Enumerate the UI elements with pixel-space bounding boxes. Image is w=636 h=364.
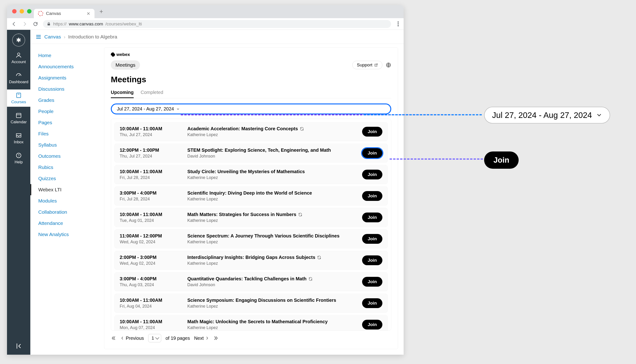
svg-rect-4 (16, 113, 21, 118)
dashboard-icon (15, 72, 22, 79)
meeting-title: Study Circle: Unveiling the Mysteries of… (187, 169, 305, 174)
new-tab-button[interactable]: ＋ (95, 7, 108, 18)
sidenav-item[interactable]: Syllabus (30, 139, 100, 150)
browser-toolbar: https://www.canvas.com/courses/webex_lti (7, 18, 404, 30)
date-range-selector[interactable]: Jul 27, 2024 - Aug 27, 2024 (111, 104, 391, 114)
support-button[interactable]: Support (352, 61, 382, 69)
page-title: Meetings (111, 75, 391, 84)
page-select[interactable]: 1 (148, 334, 161, 342)
close-window-icon[interactable] (12, 9, 17, 14)
annotation-connector (364, 114, 482, 115)
meeting-time: 11:00AM - 12:00PM (120, 233, 187, 239)
sidenav-item[interactable]: Rubics (30, 162, 100, 173)
page-count: of 19 pages (165, 336, 190, 341)
rail-courses[interactable]: Courses (7, 90, 30, 107)
support-label: Support (357, 62, 372, 68)
sidenav-item[interactable]: People (30, 106, 100, 117)
global-nav-rail: ✱ Account Dashboard Courses Calendar Inb… (7, 30, 30, 355)
callout-range-text: Jul 27, 2024 - Aug 27, 2024 (492, 110, 592, 120)
join-button[interactable]: Join (362, 277, 382, 287)
join-button[interactable]: Join (362, 298, 382, 308)
tab-completed[interactable]: Completed (141, 88, 163, 98)
sidenav-item[interactable]: Files (30, 128, 100, 139)
rail-calendar[interactable]: Calendar (7, 110, 30, 127)
first-page-button[interactable] (111, 336, 116, 341)
join-button[interactable]: Join (362, 256, 382, 265)
next-page-button[interactable]: Next (194, 336, 209, 341)
canvas-app: ✱ Account Dashboard Courses Calendar Inb… (7, 30, 404, 355)
browser-tab[interactable]: Canvas ✕ (34, 9, 95, 18)
pagination: Previous 1 of 19 pages Next (111, 334, 391, 342)
meeting-row: 11:00AM - 12:00PMWed, Aug 02, 2024Scienc… (114, 229, 388, 248)
rail-inbox[interactable]: Inbox (7, 130, 30, 147)
double-chevron-right-icon (214, 336, 219, 341)
collapse-rail-button[interactable] (15, 342, 22, 350)
reload-button[interactable] (32, 21, 39, 27)
sidenav-item[interactable]: New Analytics (30, 229, 100, 240)
forward-button[interactable] (22, 21, 28, 27)
course-menu-toggle[interactable] (36, 34, 42, 40)
sidenav-item[interactable]: Outcomes (30, 150, 100, 162)
back-button[interactable] (11, 21, 17, 27)
url-scheme: https:// (53, 22, 67, 26)
sidenav-item[interactable]: Announcements (30, 61, 100, 72)
meeting-title: Interdisciplinary Insights: Bridging Gap… (187, 255, 321, 260)
breadcrumb-root[interactable]: Canvas (44, 34, 61, 40)
sidenav-item[interactable]: Quizzes (30, 173, 100, 184)
meeting-date: Wed, Aug 02, 2024 (120, 240, 187, 244)
join-button[interactable]: Join (362, 127, 382, 136)
tab-upcoming[interactable]: Upcoming (111, 88, 134, 98)
sidenav-item[interactable]: Collaboration (30, 206, 100, 218)
double-chevron-left-icon (111, 336, 116, 341)
browser-menu-button[interactable] (395, 22, 400, 26)
content-area: webex Meetings Support Meetings Upcoming (100, 44, 404, 355)
url-host: www.canvas.com (69, 22, 103, 26)
window-controls (10, 9, 34, 18)
rail-account[interactable]: Account (7, 50, 30, 67)
meeting-date: Thu, Jul 27, 2024 (120, 154, 187, 159)
close-tab-icon[interactable]: ✕ (87, 11, 90, 16)
sidenav-item[interactable]: Assignments (30, 72, 100, 84)
zoom-window-icon[interactable] (27, 9, 32, 14)
meeting-host: Katherine Lopez (187, 218, 359, 223)
recurring-icon (308, 277, 313, 281)
meetings-pill[interactable]: Meetings (111, 60, 140, 70)
join-button[interactable]: Join (362, 148, 382, 158)
meeting-date: Thu, Aug 03, 2024 (120, 282, 187, 287)
minimize-window-icon[interactable] (20, 9, 24, 14)
sidenav-item[interactable]: Grades (30, 94, 100, 106)
meetings-list: 10:00AM - 11:00AMThu, Jul 27, 2024Academ… (111, 118, 391, 331)
join-button[interactable]: Join (362, 234, 382, 244)
hamburger-icon (36, 34, 42, 40)
svg-point-1 (18, 53, 20, 55)
inbox-icon (15, 132, 22, 139)
meeting-row: 10:00AM - 11:00AMTue, Aug 01, 2024Math M… (114, 208, 388, 227)
sidenav-item[interactable]: Discussions (30, 84, 100, 94)
join-button[interactable]: Join (362, 191, 382, 201)
globe-icon[interactable] (386, 62, 391, 68)
prev-page-button[interactable]: Previous (120, 336, 144, 341)
sidenav-item[interactable]: Pages (30, 117, 100, 128)
join-button[interactable]: Join (362, 212, 382, 222)
chevron-right-icon: › (64, 34, 65, 40)
sidenav-item[interactable]: Webex LTI (30, 184, 100, 195)
join-button[interactable]: Join (362, 320, 382, 330)
next-label: Next (194, 336, 204, 341)
meeting-row: 10:00AM - 11:00AMFri, Jul 28, 2024Study … (114, 165, 388, 184)
join-button[interactable]: Join (362, 170, 382, 180)
address-bar[interactable]: https://www.canvas.com/courses/webex_lti (43, 20, 391, 28)
meeting-time: 3:00PM - 4:00PM (120, 276, 187, 282)
sidenav-item[interactable]: Modules (30, 195, 100, 206)
sidenav-item[interactable]: Attendance (30, 218, 100, 229)
svg-rect-2 (17, 93, 21, 98)
last-page-button[interactable] (214, 336, 219, 341)
meeting-time: 10:00AM - 11:00AM (120, 126, 187, 132)
meeting-title: Math Matters: Strategies for Success in … (187, 212, 302, 217)
rail-dashboard[interactable]: Dashboard (7, 70, 30, 87)
rail-help[interactable]: ? Help (7, 150, 30, 167)
rail-label: Help (15, 160, 23, 164)
sidenav-item[interactable]: Home (30, 50, 100, 61)
meeting-title: Science Spectrum: A Journey Through Vari… (187, 233, 339, 239)
user-icon (15, 52, 22, 59)
canvas-logo-icon[interactable]: ✱ (12, 34, 25, 46)
